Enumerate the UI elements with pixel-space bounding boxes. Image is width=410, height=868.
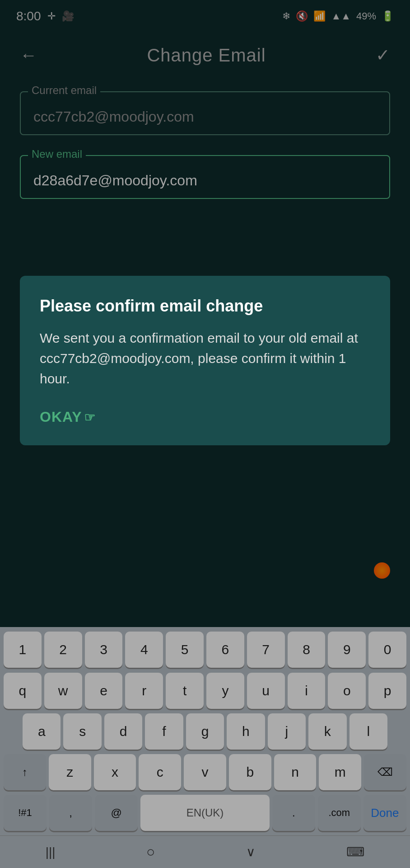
cursor-icon: ☞	[84, 410, 96, 425]
dialog-body: We sent you a confirmation email to your…	[40, 328, 370, 389]
confirm-dialog: Please confirm email change We sent you …	[20, 276, 390, 445]
dialog-ok-button[interactable]: OKAY☞	[40, 405, 96, 429]
dialog-title: Please confirm email change	[40, 296, 370, 317]
